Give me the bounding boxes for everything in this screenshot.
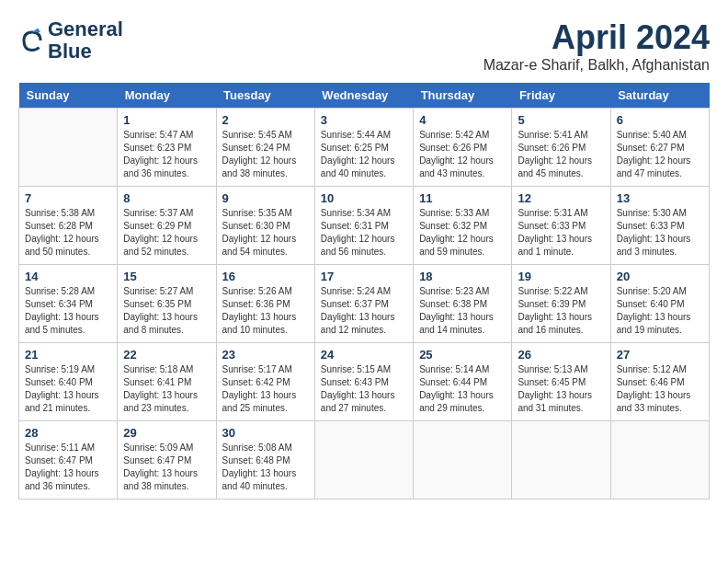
day-number: 25 bbox=[419, 348, 506, 362]
day-info: Sunrise: 5:13 AM Sunset: 6:45 PM Dayligh… bbox=[518, 363, 604, 415]
day-number: 18 bbox=[419, 270, 506, 283]
calendar-cell: 2Sunrise: 5:45 AM Sunset: 6:24 PM Daylig… bbox=[216, 109, 314, 187]
day-number: 23 bbox=[222, 348, 309, 362]
day-info: Sunrise: 5:20 AM Sunset: 6:40 PM Dayligh… bbox=[617, 285, 703, 337]
day-info: Sunrise: 5:28 AM Sunset: 6:34 PM Dayligh… bbox=[25, 285, 111, 337]
day-number: 11 bbox=[419, 191, 506, 205]
day-info: Sunrise: 5:47 AM Sunset: 6:23 PM Dayligh… bbox=[123, 129, 210, 180]
day-number: 12 bbox=[518, 191, 604, 205]
calendar-cell: 25Sunrise: 5:14 AM Sunset: 6:44 PM Dayli… bbox=[414, 343, 512, 421]
calendar-cell bbox=[19, 109, 118, 187]
calendar-cell: 23Sunrise: 5:17 AM Sunset: 6:42 PM Dayli… bbox=[216, 343, 314, 421]
day-number: 24 bbox=[321, 348, 407, 362]
logo: General Blue bbox=[18, 18, 123, 63]
day-info: Sunrise: 5:19 AM Sunset: 6:40 PM Dayligh… bbox=[25, 363, 111, 415]
day-number: 2 bbox=[222, 113, 309, 127]
logo-icon bbox=[18, 27, 46, 54]
day-number: 5 bbox=[518, 113, 604, 127]
calendar-table: SundayMondayTuesdayWednesdayThursdayFrid… bbox=[18, 83, 710, 500]
calendar-week-row: 14Sunrise: 5:28 AM Sunset: 6:34 PM Dayli… bbox=[19, 265, 710, 343]
calendar-cell: 3Sunrise: 5:44 AM Sunset: 6:25 PM Daylig… bbox=[314, 109, 413, 187]
calendar-cell: 24Sunrise: 5:15 AM Sunset: 6:43 PM Dayli… bbox=[314, 343, 413, 421]
calendar-header-row: SundayMondayTuesdayWednesdayThursdayFrid… bbox=[19, 83, 710, 109]
day-number: 29 bbox=[123, 426, 210, 440]
calendar-cell: 13Sunrise: 5:30 AM Sunset: 6:33 PM Dayli… bbox=[610, 187, 709, 265]
day-info: Sunrise: 5:08 AM Sunset: 6:48 PM Dayligh… bbox=[222, 442, 309, 493]
page-header: General Blue April 2024 Mazar-e Sharif, … bbox=[18, 18, 710, 74]
calendar-cell: 27Sunrise: 5:12 AM Sunset: 6:46 PM Dayli… bbox=[610, 343, 709, 421]
day-header: Wednesday bbox=[314, 83, 413, 109]
day-number: 19 bbox=[518, 270, 604, 283]
calendar-cell: 17Sunrise: 5:24 AM Sunset: 6:37 PM Dayli… bbox=[314, 265, 413, 343]
day-number: 7 bbox=[25, 191, 111, 205]
calendar-cell: 29Sunrise: 5:09 AM Sunset: 6:47 PM Dayli… bbox=[118, 421, 216, 500]
day-number: 4 bbox=[419, 113, 506, 127]
day-info: Sunrise: 5:31 AM Sunset: 6:33 PM Dayligh… bbox=[518, 207, 604, 259]
day-number: 27 bbox=[617, 348, 703, 362]
calendar-cell: 11Sunrise: 5:33 AM Sunset: 6:32 PM Dayli… bbox=[414, 187, 512, 265]
calendar-cell: 26Sunrise: 5:13 AM Sunset: 6:45 PM Dayli… bbox=[512, 343, 610, 421]
day-number: 10 bbox=[321, 191, 407, 205]
title-block: April 2024 Mazar-e Sharif, Balkh, Afghan… bbox=[483, 18, 710, 74]
day-info: Sunrise: 5:09 AM Sunset: 6:47 PM Dayligh… bbox=[123, 442, 210, 493]
calendar-cell: 14Sunrise: 5:28 AM Sunset: 6:34 PM Dayli… bbox=[19, 265, 118, 343]
calendar-cell: 21Sunrise: 5:19 AM Sunset: 6:40 PM Dayli… bbox=[19, 343, 118, 421]
day-info: Sunrise: 5:22 AM Sunset: 6:39 PM Dayligh… bbox=[518, 285, 604, 337]
logo-line1: General bbox=[48, 18, 123, 40]
day-info: Sunrise: 5:35 AM Sunset: 6:30 PM Dayligh… bbox=[222, 207, 309, 259]
day-number: 14 bbox=[25, 270, 111, 283]
day-info: Sunrise: 5:30 AM Sunset: 6:33 PM Dayligh… bbox=[617, 207, 703, 259]
day-info: Sunrise: 5:26 AM Sunset: 6:36 PM Dayligh… bbox=[222, 285, 309, 337]
calendar-cell: 5Sunrise: 5:41 AM Sunset: 6:26 PM Daylig… bbox=[512, 109, 610, 187]
day-number: 21 bbox=[25, 348, 111, 362]
day-info: Sunrise: 5:15 AM Sunset: 6:43 PM Dayligh… bbox=[321, 363, 407, 415]
day-header: Tuesday bbox=[216, 83, 314, 109]
calendar-week-row: 21Sunrise: 5:19 AM Sunset: 6:40 PM Dayli… bbox=[19, 343, 710, 421]
day-header: Sunday bbox=[19, 83, 118, 109]
day-info: Sunrise: 5:23 AM Sunset: 6:38 PM Dayligh… bbox=[419, 285, 506, 337]
day-info: Sunrise: 5:33 AM Sunset: 6:32 PM Dayligh… bbox=[419, 207, 506, 259]
calendar-cell bbox=[610, 421, 709, 500]
calendar-cell: 16Sunrise: 5:26 AM Sunset: 6:36 PM Dayli… bbox=[216, 265, 314, 343]
day-info: Sunrise: 5:18 AM Sunset: 6:41 PM Dayligh… bbox=[123, 363, 210, 415]
calendar-cell: 28Sunrise: 5:11 AM Sunset: 6:47 PM Dayli… bbox=[19, 421, 118, 500]
day-header: Friday bbox=[512, 83, 610, 109]
day-info: Sunrise: 5:38 AM Sunset: 6:28 PM Dayligh… bbox=[25, 207, 111, 259]
day-header: Saturday bbox=[610, 83, 709, 109]
day-number: 15 bbox=[123, 270, 210, 283]
day-number: 6 bbox=[617, 113, 703, 127]
calendar-week-row: 28Sunrise: 5:11 AM Sunset: 6:47 PM Dayli… bbox=[19, 421, 710, 500]
calendar-week-row: 1Sunrise: 5:47 AM Sunset: 6:23 PM Daylig… bbox=[19, 109, 710, 187]
day-info: Sunrise: 5:27 AM Sunset: 6:35 PM Dayligh… bbox=[123, 285, 210, 337]
calendar-cell: 18Sunrise: 5:23 AM Sunset: 6:38 PM Dayli… bbox=[414, 265, 512, 343]
calendar-cell bbox=[512, 421, 610, 500]
logo-line2: Blue bbox=[48, 40, 123, 63]
calendar-cell bbox=[414, 421, 512, 500]
calendar-week-row: 7Sunrise: 5:38 AM Sunset: 6:28 PM Daylig… bbox=[19, 187, 710, 265]
day-info: Sunrise: 5:37 AM Sunset: 6:29 PM Dayligh… bbox=[123, 207, 210, 259]
day-number: 28 bbox=[25, 426, 111, 440]
day-info: Sunrise: 5:24 AM Sunset: 6:37 PM Dayligh… bbox=[321, 285, 407, 337]
day-header: Monday bbox=[118, 83, 216, 109]
day-info: Sunrise: 5:45 AM Sunset: 6:24 PM Dayligh… bbox=[222, 129, 309, 180]
day-info: Sunrise: 5:11 AM Sunset: 6:47 PM Dayligh… bbox=[25, 442, 111, 493]
calendar-cell: 4Sunrise: 5:42 AM Sunset: 6:26 PM Daylig… bbox=[414, 109, 512, 187]
day-info: Sunrise: 5:14 AM Sunset: 6:44 PM Dayligh… bbox=[419, 363, 506, 415]
day-info: Sunrise: 5:34 AM Sunset: 6:31 PM Dayligh… bbox=[321, 207, 407, 259]
calendar-cell: 22Sunrise: 5:18 AM Sunset: 6:41 PM Dayli… bbox=[118, 343, 216, 421]
calendar-cell: 1Sunrise: 5:47 AM Sunset: 6:23 PM Daylig… bbox=[118, 109, 216, 187]
calendar-title: April 2024 bbox=[483, 18, 710, 57]
day-number: 9 bbox=[222, 191, 309, 205]
day-number: 26 bbox=[518, 348, 604, 362]
day-info: Sunrise: 5:40 AM Sunset: 6:27 PM Dayligh… bbox=[617, 129, 703, 180]
day-info: Sunrise: 5:41 AM Sunset: 6:26 PM Dayligh… bbox=[518, 129, 604, 180]
calendar-body: 1Sunrise: 5:47 AM Sunset: 6:23 PM Daylig… bbox=[19, 109, 710, 500]
day-info: Sunrise: 5:44 AM Sunset: 6:25 PM Dayligh… bbox=[321, 129, 407, 180]
calendar-subtitle: Mazar-e Sharif, Balkh, Afghanistan bbox=[483, 57, 710, 74]
day-number: 20 bbox=[617, 270, 703, 283]
day-number: 16 bbox=[222, 270, 309, 283]
calendar-cell: 30Sunrise: 5:08 AM Sunset: 6:48 PM Dayli… bbox=[216, 421, 314, 500]
calendar-cell: 9Sunrise: 5:35 AM Sunset: 6:30 PM Daylig… bbox=[216, 187, 314, 265]
calendar-cell: 10Sunrise: 5:34 AM Sunset: 6:31 PM Dayli… bbox=[314, 187, 413, 265]
day-number: 22 bbox=[123, 348, 210, 362]
